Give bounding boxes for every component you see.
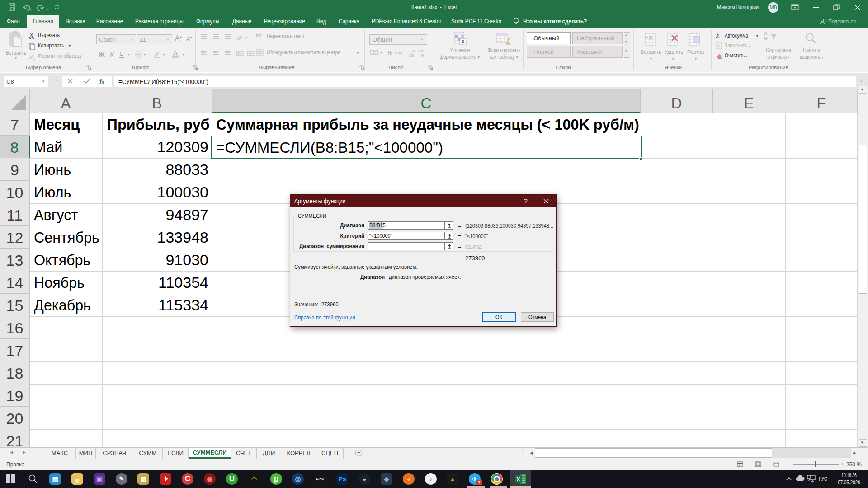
svg-text:▾: ▾: [47, 7, 49, 11]
svg-text:X: X: [517, 476, 520, 483]
svg-text:▾: ▾: [30, 7, 32, 11]
